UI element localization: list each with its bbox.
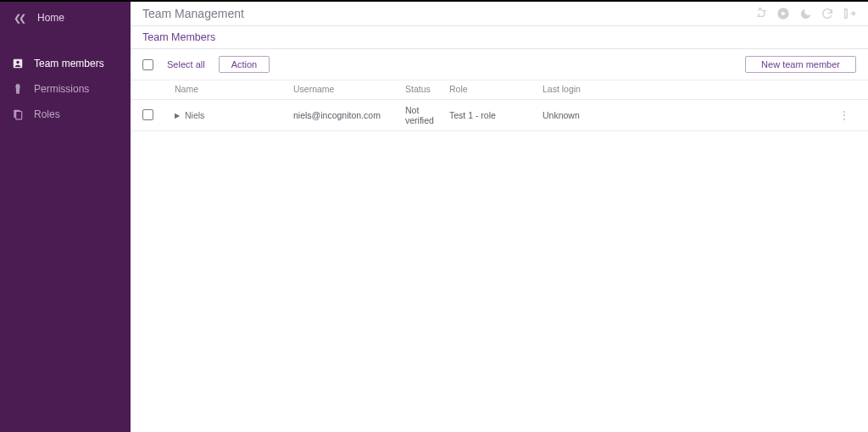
moon-icon[interactable] [798,7,812,20]
col-last-login: Last login [542,84,832,94]
table-row[interactable]: ▶ Niels niels@incogniton.com Not verifie… [131,100,868,131]
col-name: Name [175,84,293,94]
main: Team Management Team Members [131,2,868,432]
page-title: Team Management [142,7,244,20]
send-icon[interactable] [776,7,790,20]
app-shell: ❮❮ Home Team members Permissions Roles T… [0,2,868,432]
collapse-chevron-icon: ❮❮ [14,13,24,24]
cell-role: Test 1 - role [449,110,542,120]
recycle-icon[interactable] [754,7,768,20]
roles-icon [12,108,24,120]
new-team-member-button[interactable]: New team member [745,56,856,73]
svg-point-1 [16,61,19,64]
select-all-link[interactable]: Select all [167,59,205,69]
section-title: Team Members [131,26,868,49]
page-header: Team Management [131,2,868,26]
row-checkbox[interactable] [142,109,153,120]
table-header: Name Username Status Role Last login [131,80,868,100]
sidebar-item-roles[interactable]: Roles [0,102,131,127]
sidebar-item-label: Permissions [34,83,89,95]
cell-status: Not verified [405,105,449,125]
sidebar-home[interactable]: ❮❮ Home [0,2,131,39]
action-button[interactable]: Action [219,56,270,73]
sidebar-item-label: Team members [34,58,104,69]
sidebar-item-team-members[interactable]: Team members [0,51,131,76]
select-all-checkbox[interactable] [142,59,153,70]
table-toolbar: Select all Action New team member [131,49,868,80]
refresh-icon[interactable] [821,7,834,20]
col-role: Role [449,84,542,94]
logout-icon[interactable] [843,7,856,20]
team-members-icon [12,58,24,69]
permissions-icon [12,83,24,95]
sidebar-item-label: Roles [34,108,60,120]
header-toolbar [754,7,856,20]
cell-username: niels@incogniton.com [293,110,405,120]
col-status: Status [405,84,449,94]
sidebar: ❮❮ Home Team members Permissions Roles [0,2,131,432]
col-username: Username [293,84,405,94]
sidebar-item-permissions[interactable]: Permissions [0,76,131,102]
row-actions-menu[interactable]: ⋮ [832,109,856,121]
sidebar-home-label: Home [37,12,64,24]
cell-last-login: Unknown [542,110,832,120]
svg-rect-3 [16,112,22,119]
cell-name: Niels [185,110,204,120]
expand-row-icon[interactable]: ▶ [175,112,180,119]
